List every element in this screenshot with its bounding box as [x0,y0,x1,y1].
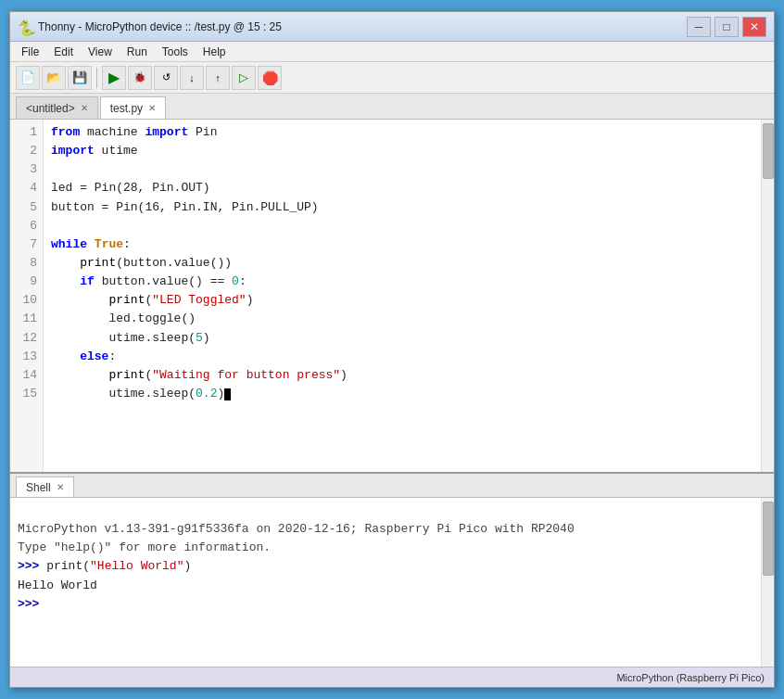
menu-view[interactable]: View [81,44,120,60]
tab-testpy-label: test.py [110,102,143,115]
shell-hello-output: Hello World [18,577,753,595]
editor-scrollbar-thumb[interactable] [763,123,774,179]
shell-prompt-2: >>> [18,597,39,611]
tab-untitled-close[interactable]: ✕ [81,103,88,113]
stop-button[interactable]: 🛑 [258,66,282,90]
shell-command-line: >>> print("Hello World") [18,557,753,576]
tab-untitled[interactable]: <untitled> ✕ [16,96,98,119]
shell-prompt-1: >>> [18,559,39,573]
toolbar-separator-1 [96,68,97,88]
shell-tab-label: Shell [26,481,51,494]
status-bar: MicroPython (Raspberry Pi Pico) [10,667,774,687]
status-text: MicroPython (Raspberry Pi Pico) [616,672,765,683]
editor-tabs: <untitled> ✕ test.py ✕ [10,94,774,120]
menu-file[interactable]: File [14,44,46,60]
shell-output[interactable]: MicroPython v1.13-391-g91f5336fa on 2020… [10,498,761,667]
window-title: Thonny - MicroPython device :: /test.py … [38,20,687,33]
tab-testpy-close[interactable]: ✕ [148,103,156,113]
editor-scrollbar[interactable] [761,120,774,472]
shell-scrollbar-thumb[interactable] [763,502,774,576]
toolbar: 📄 📂 💾 ▶ 🐞 ↺ ↓ ↑ ▷ 🛑 [10,62,774,94]
resume-button[interactable]: ▷ [232,66,256,90]
shell-type-help: Type "help()" for more information. [18,539,753,557]
run-button[interactable]: ▶ [102,66,126,90]
menu-help[interactable]: Help [196,44,234,60]
editor-area: 1 2 3 4 5 6 7 8 9 10 11 12 13 14 15 from… [10,120,774,472]
close-button[interactable]: ✕ [742,17,766,37]
shell-micropython-info: MicroPython v1.13-391-g91f5336fa on 2020… [18,520,753,539]
shell-command: print("Hello World") [46,559,191,573]
menu-run[interactable]: Run [120,44,155,60]
save-button[interactable]: 💾 [68,66,92,90]
title-bar: 🐍 Thonny - MicroPython device :: /test.p… [10,12,774,42]
shell-tabs: Shell ✕ [10,474,774,498]
tab-untitled-label: <untitled> [26,102,75,115]
menu-tools[interactable]: Tools [155,44,196,60]
menu-edit[interactable]: Edit [46,44,81,60]
open-button[interactable]: 📂 [42,66,66,90]
window-controls: ─ □ ✕ [687,17,766,37]
shell-panel: Shell ✕ MicroPython v1.13-391-g91f5336fa… [10,472,774,667]
shell-next-prompt-line: >>> [18,595,753,614]
debug-button[interactable]: 🐞 [128,66,152,90]
app-icon: 🐍 [18,19,32,34]
line-numbers: 1 2 3 4 5 6 7 8 9 10 11 12 13 14 15 [10,120,44,472]
shell-tab-close[interactable]: ✕ [57,482,64,492]
new-file-button[interactable]: 📄 [16,66,40,90]
step-over-button[interactable]: ↺ [154,66,178,90]
minimize-button[interactable]: ─ [687,17,711,37]
shell-tab[interactable]: Shell ✕ [16,477,74,497]
step-out-button[interactable]: ↑ [206,66,230,90]
shell-content-area: MicroPython v1.13-391-g91f5336fa on 2020… [10,498,774,667]
menubar: File Edit View Run Tools Help [10,42,774,62]
code-editor[interactable]: from machine import Pin import utime led… [44,120,761,472]
shell-spacer [18,502,753,520]
shell-scrollbar[interactable] [761,498,774,667]
tab-testpy[interactable]: test.py ✕ [100,96,166,119]
maximize-button[interactable]: □ [714,17,739,37]
main-window: 🐍 Thonny - MicroPython device :: /test.p… [9,11,775,688]
step-into-button[interactable]: ↓ [180,66,204,90]
